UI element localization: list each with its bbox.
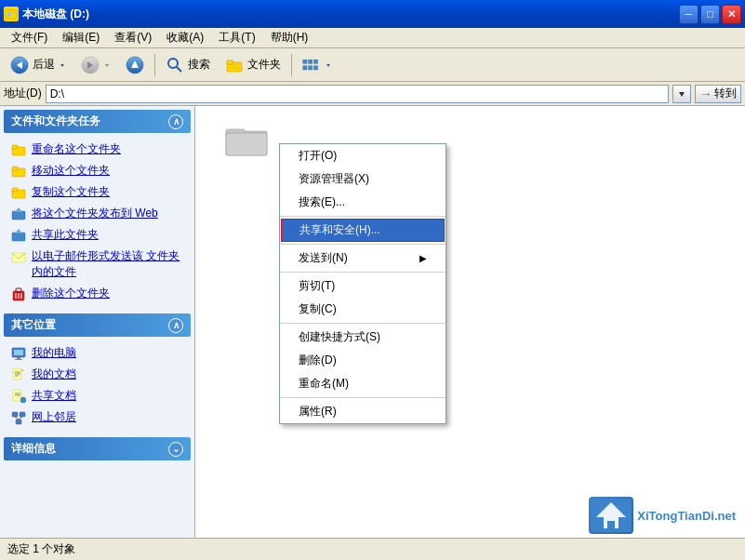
menu-items: 文件(F)编辑(E)查看(V)收藏(A)工具(T)帮助(H) (4, 28, 315, 47)
menu-item-menu-help[interactable]: 帮助(H) (263, 28, 316, 47)
ctx-separator (280, 323, 446, 324)
file-area[interactable]: 打开(O)资源管理器(X)搜索(E)...共享和安全(H)...发送到(N)▶剪… (195, 106, 745, 538)
menu-item-menu-tools[interactable]: 工具(T) (211, 28, 262, 47)
menu-item-menu-file[interactable]: 文件(F) (4, 28, 55, 47)
back-dropdown-icon (59, 60, 66, 70)
address-dropdown[interactable] (672, 85, 691, 103)
panel-header-icon-details: ⌄ (168, 442, 183, 457)
ctx-sendto-arrow: ▶ (419, 253, 427, 263)
forward-button[interactable] (74, 52, 117, 78)
panel-item-rename[interactable]: 重命名这个文件夹 (7, 139, 187, 160)
panel-item-label-3: 将这个文件夹发布到 Web (32, 206, 158, 221)
view-icon (302, 56, 321, 74)
panel-header-label-tasks: 文件和文件夹任务 (11, 113, 100, 129)
title-text: 本地磁盘 (D:) (22, 7, 679, 22)
share-icon (11, 228, 26, 243)
panel-item-label-0: 重命名这个文件夹 (32, 141, 121, 157)
folders-label: 文件夹 (247, 57, 281, 73)
svg-rect-19 (314, 60, 318, 63)
panel-item-label-3: 网上邻居 (32, 409, 76, 425)
svg-rect-30 (12, 188, 18, 192)
panel-item-mycomputer[interactable]: 我的电脑 (7, 342, 187, 364)
panel-item-shareddocs[interactable]: 共享文档 (7, 385, 187, 407)
email-icon (11, 249, 26, 264)
ctx-copy-label: 复制(C) (299, 301, 337, 317)
svg-marker-32 (15, 207, 22, 212)
status-bar: 选定 1 个对象 (0, 538, 745, 560)
ctx-search-label: 搜索(E)... (299, 194, 345, 210)
ctx-rename[interactable]: 重命名(M) (280, 372, 446, 395)
panel-header-label-places: 其它位置 (11, 317, 56, 333)
panel-header-icon-places: ∧ (168, 318, 183, 333)
panel-body-details (4, 460, 191, 498)
ctx-explorer[interactable]: 资源管理器(X) (280, 167, 446, 191)
up-button[interactable] (119, 52, 151, 78)
ctx-props[interactable]: 属性(R) (280, 400, 446, 423)
back-label: 后退 (33, 57, 55, 73)
svg-rect-44 (15, 359, 22, 360)
panel-item-mydocs[interactable]: 我的文档 (7, 364, 187, 385)
svg-rect-2 (12, 12, 15, 14)
panel-header-icon-tasks: ∧ (168, 114, 183, 129)
svg-marker-5 (60, 64, 64, 67)
ctx-open[interactable]: 打开(O) (280, 144, 446, 167)
main-content: 文件和文件夹任务∧重命名这个文件夹移动这个文件夹复制这个文件夹将这个文件夹发布到… (0, 106, 745, 538)
close-button[interactable]: ✕ (722, 5, 741, 24)
ctx-separator (280, 244, 446, 245)
panel-body-places: 我的电脑我的文档共享文档网上邻居 (4, 337, 191, 433)
search-icon (166, 56, 184, 74)
back-button[interactable]: 后退 (4, 52, 73, 78)
move-icon (11, 164, 26, 179)
panel-header-details[interactable]: 详细信息⌄ (4, 437, 191, 460)
ctx-explorer-label: 资源管理器(X) (299, 171, 369, 187)
panel-item-network[interactable]: 网上邻居 (7, 407, 187, 428)
maximize-button[interactable]: □ (700, 5, 720, 24)
toolbar: 后退 (0, 48, 745, 82)
ctx-delete-label: 删除(D) (299, 353, 337, 368)
menu-item-menu-view[interactable]: 查看(V) (107, 28, 159, 47)
panel-item-email[interactable]: 以电子邮件形式发送该 文件夹内的文件 (7, 246, 187, 283)
panel-section-tasks: 文件和文件夹任务∧重命名这个文件夹移动这个文件夹复制这个文件夹将这个文件夹发布到… (4, 110, 191, 310)
panel-item-label-1: 移动这个文件夹 (32, 163, 110, 179)
title-buttons: ─ □ ✕ (679, 5, 741, 24)
address-input[interactable] (46, 85, 669, 103)
ctx-rename-label: 重命名(M) (299, 376, 349, 392)
panel-item-move[interactable]: 移动这个文件夹 (7, 160, 187, 181)
svg-rect-20 (303, 65, 307, 69)
svg-rect-56 (20, 412, 25, 417)
panel-header-places[interactable]: 其它位置∧ (4, 313, 191, 337)
svg-rect-28 (12, 167, 18, 170)
ctx-shortcut[interactable]: 创建快捷方式(S) (280, 326, 446, 349)
ctx-copy[interactable]: 复制(C) (280, 298, 446, 321)
address-label: 地址(D) (4, 86, 42, 101)
go-button[interactable]: → 转到 (695, 85, 741, 103)
watermark-logo (589, 497, 633, 534)
ctx-sendto[interactable]: 发送到(N)▶ (280, 247, 446, 270)
left-panel: 文件和文件夹任务∧重命名这个文件夹移动这个文件夹复制这个文件夹将这个文件夹发布到… (0, 106, 195, 538)
ctx-share[interactable]: 共享和安全(H)... (281, 219, 445, 242)
folder-item[interactable] (209, 120, 284, 157)
search-button[interactable]: 搜索 (159, 52, 217, 78)
svg-rect-42 (14, 350, 23, 355)
panel-item-share[interactable]: 共享此文件夹 (7, 224, 187, 246)
panel-section-details: 详细信息⌄ (4, 437, 191, 498)
panel-item-publish[interactable]: 将这个文件夹发布到 Web (7, 203, 187, 224)
panel-header-tasks[interactable]: 文件和文件夹任务∧ (4, 110, 191, 133)
panel-item-delete[interactable]: 删除这个文件夹 (7, 283, 187, 304)
minimize-button[interactable]: ─ (679, 5, 698, 24)
ctx-sendto-label: 发送到(N) (299, 250, 348, 266)
svg-point-54 (20, 397, 26, 403)
delete-icon (11, 287, 26, 301)
panel-item-copy[interactable]: 复制这个文件夹 (7, 181, 187, 203)
menu-item-menu-fav[interactable]: 收藏(A) (159, 28, 211, 47)
ctx-cut[interactable]: 剪切(T) (280, 274, 446, 298)
ctx-delete[interactable]: 删除(D) (280, 349, 446, 372)
status-text: 选定 1 个对象 (7, 541, 75, 557)
svg-rect-31 (12, 211, 25, 220)
menu-item-menu-edit[interactable]: 编辑(E) (55, 28, 107, 47)
panel-section-places: 其它位置∧我的电脑我的文档共享文档网上邻居 (4, 313, 191, 433)
svg-rect-17 (303, 60, 307, 63)
view-button[interactable] (296, 52, 339, 78)
ctx-search[interactable]: 搜索(E)... (280, 191, 446, 214)
folders-button[interactable]: 文件夹 (219, 52, 287, 78)
